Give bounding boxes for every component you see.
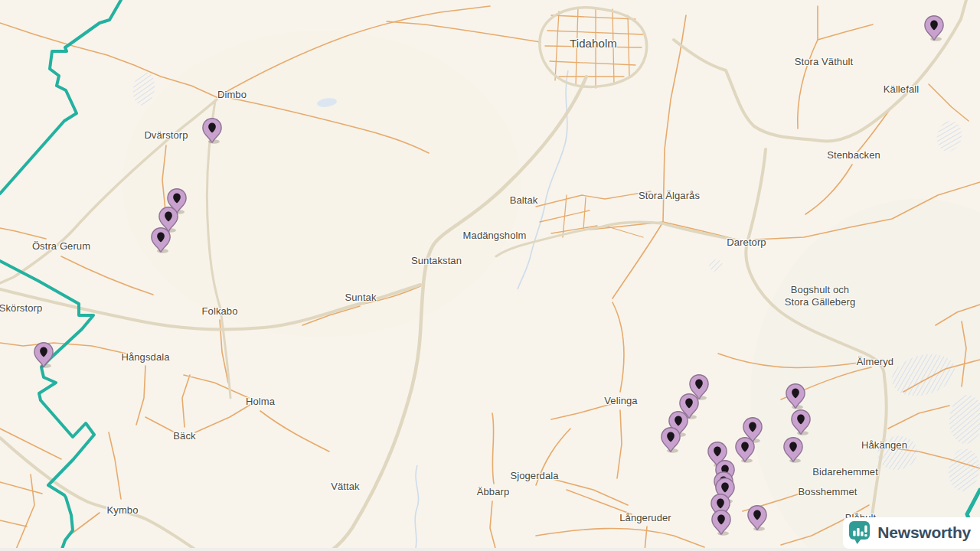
map-pin[interactable]	[151, 227, 171, 253]
newsworthy-logo-icon	[848, 520, 871, 545]
map-pin[interactable]	[202, 118, 222, 144]
map-pin[interactable]	[786, 383, 805, 409]
newsworthy-logo: Newsworthy	[843, 517, 980, 549]
map-pin[interactable]	[735, 437, 755, 463]
map-pin[interactable]	[661, 427, 681, 453]
map-pin[interactable]	[34, 342, 54, 368]
map-pin[interactable]	[783, 437, 803, 463]
landuse-patch	[122, 31, 521, 337]
map-pin[interactable]	[924, 15, 944, 41]
newsworthy-logo-text: Newsworthy	[877, 523, 971, 542]
map-edge-strip	[0, 548, 980, 551]
map-canvas[interactable]	[0, 0, 980, 551]
map-pin[interactable]	[711, 510, 731, 536]
map-pin[interactable]	[747, 505, 767, 531]
map-pin[interactable]	[791, 409, 811, 435]
